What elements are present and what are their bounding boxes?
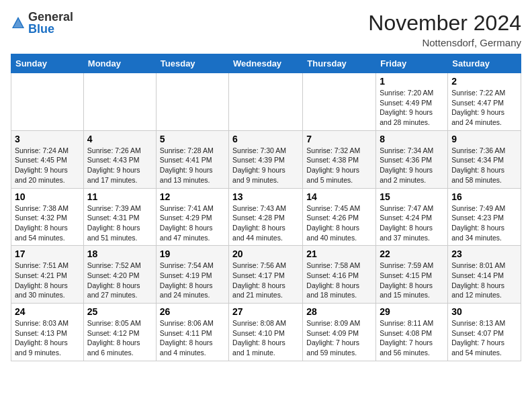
calendar-cell — [229, 73, 303, 131]
weekday-header-wednesday: Wednesday — [229, 54, 303, 73]
calendar-cell: 1Sunrise: 7:20 AM Sunset: 4:49 PM Daylig… — [376, 73, 448, 131]
day-info: Sunrise: 7:36 AM Sunset: 4:34 PM Dayligh… — [451, 146, 517, 185]
day-number: 12 — [160, 191, 225, 202]
calendar-cell: 23Sunrise: 8:01 AM Sunset: 4:14 PM Dayli… — [448, 246, 521, 304]
day-number: 16 — [451, 191, 517, 202]
calendar-week-row: 24Sunrise: 8:03 AM Sunset: 4:13 PM Dayli… — [11, 304, 521, 361]
calendar-cell: 20Sunrise: 7:56 AM Sunset: 4:17 PM Dayli… — [229, 246, 303, 304]
calendar-cell: 8Sunrise: 7:34 AM Sunset: 4:36 PM Daylig… — [376, 130, 448, 188]
calendar-cell: 9Sunrise: 7:36 AM Sunset: 4:34 PM Daylig… — [448, 130, 521, 188]
day-number: 8 — [380, 134, 444, 144]
page-header: General Blue November 2024 Nottensdorf, … — [11, 11, 521, 48]
day-info: Sunrise: 7:20 AM Sunset: 4:49 PM Dayligh… — [380, 88, 444, 128]
calendar-cell — [303, 73, 376, 131]
day-number: 15 — [380, 191, 444, 202]
calendar-week-row: 3Sunrise: 7:24 AM Sunset: 4:45 PM Daylig… — [11, 130, 521, 188]
day-info: Sunrise: 7:32 AM Sunset: 4:38 PM Dayligh… — [306, 146, 372, 185]
day-number: 24 — [15, 306, 80, 317]
day-info: Sunrise: 7:26 AM Sunset: 4:43 PM Dayligh… — [87, 146, 152, 185]
weekday-header-monday: Monday — [83, 54, 156, 73]
day-info: Sunrise: 7:54 AM Sunset: 4:19 PM Dayligh… — [160, 261, 225, 300]
day-info: Sunrise: 7:59 AM Sunset: 4:15 PM Dayligh… — [380, 261, 444, 300]
day-number: 25 — [87, 306, 152, 317]
day-info: Sunrise: 7:28 AM Sunset: 4:41 PM Dayligh… — [160, 146, 225, 185]
calendar-cell: 13Sunrise: 7:43 AM Sunset: 4:28 PM Dayli… — [229, 188, 303, 246]
calendar-cell: 18Sunrise: 7:52 AM Sunset: 4:20 PM Dayli… — [83, 246, 156, 304]
logo-general-text: General — [28, 11, 73, 23]
day-info: Sunrise: 8:11 AM Sunset: 4:08 PM Dayligh… — [380, 318, 444, 358]
calendar-cell: 28Sunrise: 8:09 AM Sunset: 4:09 PM Dayli… — [303, 304, 376, 361]
title-block: November 2024 Nottensdorf, Germany — [368, 11, 521, 48]
day-info: Sunrise: 7:47 AM Sunset: 4:24 PM Dayligh… — [380, 203, 444, 243]
day-info: Sunrise: 7:45 AM Sunset: 4:26 PM Dayligh… — [306, 203, 372, 243]
calendar-cell: 5Sunrise: 7:28 AM Sunset: 4:41 PM Daylig… — [156, 130, 228, 188]
day-number: 5 — [160, 134, 225, 144]
day-info: Sunrise: 7:24 AM Sunset: 4:45 PM Dayligh… — [15, 146, 80, 185]
calendar-cell: 17Sunrise: 7:51 AM Sunset: 4:21 PM Dayli… — [11, 246, 84, 304]
calendar-cell: 19Sunrise: 7:54 AM Sunset: 4:19 PM Dayli… — [156, 246, 228, 304]
calendar-cell: 11Sunrise: 7:39 AM Sunset: 4:31 PM Dayli… — [83, 188, 156, 246]
calendar-cell: 14Sunrise: 7:45 AM Sunset: 4:26 PM Dayli… — [303, 188, 376, 246]
calendar-cell — [11, 73, 84, 131]
calendar-cell — [83, 73, 156, 131]
day-info: Sunrise: 8:09 AM Sunset: 4:09 PM Dayligh… — [306, 318, 372, 358]
calendar-header-row: SundayMondayTuesdayWednesdayThursdayFrid… — [11, 54, 521, 73]
weekday-header-saturday: Saturday — [448, 54, 521, 73]
day-number: 14 — [306, 191, 372, 202]
day-number: 13 — [232, 191, 299, 202]
day-info: Sunrise: 7:58 AM Sunset: 4:16 PM Dayligh… — [306, 261, 372, 300]
day-number: 10 — [15, 191, 80, 202]
day-info: Sunrise: 7:43 AM Sunset: 4:28 PM Dayligh… — [232, 203, 299, 243]
calendar-table: SundayMondayTuesdayWednesdayThursdayFrid… — [11, 54, 521, 361]
day-number: 26 — [160, 306, 225, 317]
calendar-cell: 7Sunrise: 7:32 AM Sunset: 4:38 PM Daylig… — [303, 130, 376, 188]
logo: General Blue — [11, 11, 73, 35]
day-number: 19 — [160, 248, 225, 259]
calendar-cell: 26Sunrise: 8:06 AM Sunset: 4:11 PM Dayli… — [156, 304, 228, 361]
day-info: Sunrise: 7:41 AM Sunset: 4:29 PM Dayligh… — [160, 203, 225, 243]
weekday-header-thursday: Thursday — [303, 54, 376, 73]
day-number: 27 — [232, 306, 299, 317]
day-number: 30 — [451, 306, 517, 317]
day-info: Sunrise: 7:52 AM Sunset: 4:20 PM Dayligh… — [87, 261, 152, 300]
day-info: Sunrise: 7:49 AM Sunset: 4:23 PM Dayligh… — [451, 203, 517, 243]
day-number: 18 — [87, 248, 152, 259]
calendar-cell: 30Sunrise: 8:13 AM Sunset: 4:07 PM Dayli… — [448, 304, 521, 361]
location-title: Nottensdorf, Germany — [368, 37, 521, 48]
calendar-cell: 6Sunrise: 7:30 AM Sunset: 4:39 PM Daylig… — [229, 130, 303, 188]
calendar-cell: 29Sunrise: 8:11 AM Sunset: 4:08 PM Dayli… — [376, 304, 448, 361]
day-info: Sunrise: 7:30 AM Sunset: 4:39 PM Dayligh… — [232, 146, 299, 185]
weekday-header-tuesday: Tuesday — [156, 54, 228, 73]
day-info: Sunrise: 8:01 AM Sunset: 4:14 PM Dayligh… — [451, 261, 517, 300]
day-number: 20 — [232, 248, 299, 259]
month-title: November 2024 — [368, 11, 521, 36]
calendar-cell: 27Sunrise: 8:08 AM Sunset: 4:10 PM Dayli… — [229, 304, 303, 361]
calendar-cell: 2Sunrise: 7:22 AM Sunset: 4:47 PM Daylig… — [448, 73, 521, 131]
day-number: 3 — [15, 134, 80, 144]
day-info: Sunrise: 8:06 AM Sunset: 4:11 PM Dayligh… — [160, 318, 225, 358]
weekday-header-sunday: Sunday — [11, 54, 84, 73]
calendar-week-row: 1Sunrise: 7:20 AM Sunset: 4:49 PM Daylig… — [11, 73, 521, 131]
calendar-week-row: 10Sunrise: 7:38 AM Sunset: 4:32 PM Dayli… — [11, 188, 521, 246]
day-info: Sunrise: 7:51 AM Sunset: 4:21 PM Dayligh… — [15, 261, 80, 300]
calendar-cell: 16Sunrise: 7:49 AM Sunset: 4:23 PM Dayli… — [448, 188, 521, 246]
calendar-cell: 4Sunrise: 7:26 AM Sunset: 4:43 PM Daylig… — [83, 130, 156, 188]
logo-blue-text: Blue — [28, 23, 73, 35]
day-number: 29 — [380, 306, 444, 317]
day-info: Sunrise: 7:39 AM Sunset: 4:31 PM Dayligh… — [87, 203, 152, 243]
calendar-cell: 21Sunrise: 7:58 AM Sunset: 4:16 PM Dayli… — [303, 246, 376, 304]
day-info: Sunrise: 7:34 AM Sunset: 4:36 PM Dayligh… — [380, 146, 444, 185]
day-info: Sunrise: 8:08 AM Sunset: 4:10 PM Dayligh… — [232, 318, 299, 358]
day-number: 9 — [451, 134, 517, 144]
day-number: 6 — [232, 134, 299, 144]
calendar-cell: 25Sunrise: 8:05 AM Sunset: 4:12 PM Dayli… — [83, 304, 156, 361]
calendar-cell — [156, 73, 228, 131]
day-number: 28 — [306, 306, 372, 317]
logo-icon — [11, 15, 26, 30]
calendar-cell: 15Sunrise: 7:47 AM Sunset: 4:24 PM Dayli… — [376, 188, 448, 246]
day-number: 11 — [87, 191, 152, 202]
calendar-cell: 22Sunrise: 7:59 AM Sunset: 4:15 PM Dayli… — [376, 246, 448, 304]
calendar-cell: 24Sunrise: 8:03 AM Sunset: 4:13 PM Dayli… — [11, 304, 84, 361]
day-number: 22 — [380, 248, 444, 259]
calendar-cell: 3Sunrise: 7:24 AM Sunset: 4:45 PM Daylig… — [11, 130, 84, 188]
